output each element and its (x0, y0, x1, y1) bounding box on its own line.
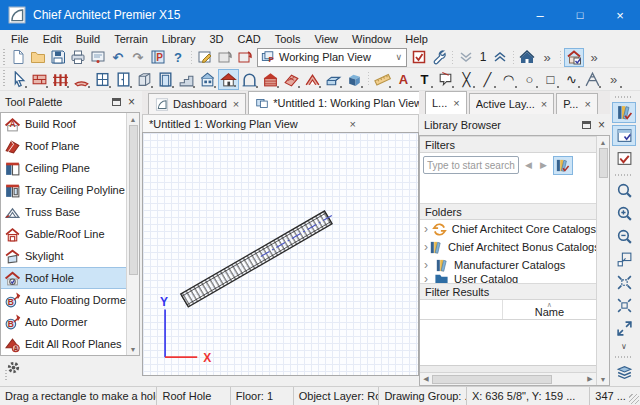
center-view-button[interactable] (612, 295, 636, 316)
scroll-down-icon[interactable]: ▼ (597, 373, 609, 385)
float-panel-icon[interactable] (112, 98, 121, 106)
layer-sets-button[interactable] (612, 362, 636, 383)
tab-dashboard[interactable]: Dashboard × (148, 93, 246, 114)
layer-display-toggle[interactable] (612, 148, 636, 169)
undo-zoom-button[interactable] (612, 249, 636, 270)
dormer-tool-button[interactable] (302, 69, 323, 90)
tab-untitled-plan[interactable]: *Untitled 1: Working Plan View × (248, 91, 441, 114)
overflow-chevron[interactable]: » (584, 48, 604, 67)
floor-up-button[interactable] (490, 48, 510, 67)
active-defaults-button[interactable] (564, 48, 584, 67)
scroll-up-icon[interactable]: ▲ (597, 136, 609, 148)
tool-item[interactable]: Ceiling Plane (1, 157, 126, 179)
display-options-button[interactable] (409, 48, 429, 67)
doorway-tool-button[interactable] (155, 69, 176, 90)
tool-item[interactable]: Build Roof (1, 113, 126, 135)
exterior-tools-button[interactable] (260, 69, 281, 90)
tool-item[interactable]: Skylight (1, 245, 126, 267)
close-icon[interactable]: × (453, 97, 459, 109)
library-scrollbar[interactable]: ▲ ▼ (596, 136, 609, 385)
roof-tools-button[interactable] (218, 69, 239, 90)
zoom-tool-button[interactable] (612, 180, 636, 201)
tool-item[interactable]: Truss Base (1, 201, 126, 223)
menu-item[interactable]: Terrain (107, 30, 155, 47)
tool-item[interactable]: Roof Hole (1, 267, 126, 289)
roof-plane-object[interactable] (181, 208, 338, 307)
rich-text-button[interactable]: A (393, 69, 414, 90)
fill-window-button[interactable] (612, 272, 636, 293)
close-icon[interactable]: × (598, 118, 605, 132)
line-tool-button[interactable]: ╱ (477, 69, 498, 90)
callout-tool-button[interactable] (435, 69, 456, 90)
open-plan-button[interactable] (28, 48, 48, 67)
save-button[interactable] (48, 48, 68, 67)
scroll-thumb[interactable] (432, 375, 552, 384)
maximize-button[interactable]: □ (560, 0, 600, 30)
filters-section-header[interactable]: Filters (420, 136, 596, 153)
view-selector[interactable]: Working Plan View ∨ (257, 48, 407, 67)
curved-wall-button[interactable] (71, 69, 92, 90)
menu-item[interactable]: Help (398, 30, 435, 47)
folder-core-catalogs[interactable]: › Chief Architect Core Catalogs (420, 220, 596, 238)
roofing-tool-button[interactable] (281, 69, 302, 90)
cabinet-tool-button[interactable] (134, 69, 155, 90)
print-preview-button[interactable] (88, 48, 108, 67)
horizontal-scrollbar[interactable]: ◀ ▶ (420, 372, 596, 385)
overflow-chevron[interactable]: » (603, 69, 624, 90)
folder-user-catalog[interactable]: › User Catalog (420, 274, 596, 283)
floor-tools-button[interactable] (197, 69, 218, 90)
menu-item[interactable]: Tools (268, 30, 308, 47)
minimize-button[interactable]: – (520, 0, 560, 30)
select-objects-button[interactable] (8, 69, 29, 90)
wall-tool-button[interactable] (29, 69, 50, 90)
plan-canvas[interactable]: Y X (142, 132, 419, 376)
update-view-red-button[interactable] (235, 48, 255, 67)
chevron-down-icon[interactable]: ∨ (395, 52, 403, 62)
prev-result-icon[interactable]: ◀ (523, 160, 534, 170)
close-icon[interactable]: × (584, 98, 590, 110)
folder-bonus-catalogs[interactable]: › Chief Architect Bonus Catalogs (420, 238, 596, 256)
expand-icon[interactable]: › (424, 258, 434, 272)
settings-wrench-button[interactable] (429, 48, 449, 67)
window-tool-button[interactable] (92, 69, 113, 90)
house-tools-button[interactable] (517, 48, 537, 67)
cross-marker-button[interactable]: ╳ (456, 69, 477, 90)
library-search-input[interactable] (423, 156, 519, 174)
new-plan-button[interactable] (8, 48, 28, 67)
camera-view-button[interactable] (582, 69, 603, 90)
print-button[interactable] (68, 48, 88, 67)
close-icon[interactable]: × (128, 95, 135, 109)
folder-manufacturer-catalogs[interactable]: › Manufacturer Catalogs (420, 256, 596, 274)
scroll-up-icon[interactable]: ▲ (127, 113, 139, 125)
name-column-label[interactable]: Name (535, 307, 564, 318)
close-icon[interactable]: × (350, 118, 356, 130)
scroll-thumb[interactable] (599, 148, 608, 178)
close-button[interactable]: × (600, 0, 640, 30)
zoom-in-button[interactable] (612, 203, 636, 224)
floor-down-button[interactable] (456, 48, 476, 67)
tool-item[interactable]: Tray Ceiling Polyline (1, 179, 126, 201)
overflow-chevron[interactable]: » (537, 48, 557, 67)
stairs-tool-button[interactable] (176, 69, 197, 90)
tab-project-browser[interactable]: P... × (556, 93, 598, 114)
menu-item[interactable]: Edit (36, 30, 69, 47)
edit-view-button[interactable] (195, 48, 215, 67)
rectangle-tool-button[interactable]: □ (540, 69, 561, 90)
project-browser-toggle[interactable] (612, 125, 636, 146)
folders-section-header[interactable]: Folders (420, 203, 596, 220)
tool-item[interactable]: Gable/Roof Line (1, 223, 126, 245)
spline-tool-button[interactable]: ∿ (561, 69, 582, 90)
more-chevron[interactable]: ∨ (612, 341, 636, 351)
tool-item[interactable]: Auto Floating Dormer (1, 289, 126, 311)
tool-item[interactable]: Roof Plane (1, 135, 126, 157)
dimension-tool-button[interactable] (372, 69, 393, 90)
filter-results-header[interactable]: Filter Results (420, 283, 596, 300)
primitive-tools-button[interactable] (344, 69, 365, 90)
update-view-gray-button[interactable] (215, 48, 235, 67)
arch-tools-button[interactable] (239, 69, 260, 90)
palette-scrollbar[interactable]: ▲ ▼ (126, 113, 139, 355)
door-tool-button[interactable] (113, 69, 134, 90)
fence-tool-button[interactable] (50, 69, 71, 90)
scroll-down-icon[interactable]: ▼ (127, 343, 139, 355)
tool-item[interactable]: Auto Dormer (1, 311, 126, 333)
